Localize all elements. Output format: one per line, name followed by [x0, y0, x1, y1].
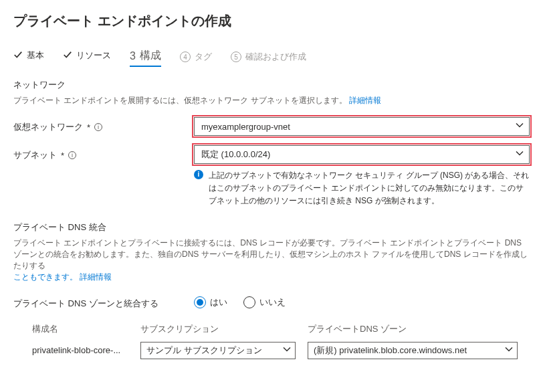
dns-table-row: privatelink-blob-core-... サンプル サブスクリプション…	[13, 339, 530, 362]
subnet-row: サブネット* i 既定 (10.0.0.0/24) i 上記のサブネットで有効な…	[13, 145, 530, 208]
subnet-label: サブネット* i	[13, 145, 194, 161]
wizard-tabs: 基本 リソース 3 構成 4 タグ 5 確認および作成	[13, 49, 530, 67]
col-dns-zone: プライベートDNS ゾーン	[308, 323, 530, 335]
subscription-value: サンプル サブスクリプション	[146, 345, 262, 357]
tab-basics[interactable]: 基本	[13, 50, 44, 64]
col-subscription: サブスクリプション	[140, 323, 308, 335]
network-more-link[interactable]: 詳細情報	[349, 96, 381, 105]
dns-table-header: 構成名 サブスクリプション プライベートDNS ゾーン	[13, 319, 530, 339]
info-filled-icon: i	[194, 170, 203, 179]
radio-yes[interactable]: はい	[194, 296, 227, 308]
dns-section-desc: プライベート エンドポイントとプライベートに接続するには、DNS レコードが必要…	[13, 237, 530, 283]
dns-more-link[interactable]: 詳細情報	[80, 272, 112, 282]
dns-section-title: プライベート DNS 統合	[13, 221, 530, 233]
check-icon	[13, 50, 23, 62]
radio-no[interactable]: いいえ	[243, 296, 286, 308]
chevron-down-icon	[283, 345, 291, 355]
network-section-desc: プライベート エンドポイントを展開するには、仮想ネットワーク サブネットを選択し…	[13, 95, 530, 106]
step-circle-icon: 4	[180, 52, 191, 62]
tab-number: 3	[130, 50, 136, 62]
subscription-dropdown[interactable]: サンプル サブスクリプション	[140, 342, 296, 359]
dns-integrate-label: プライベート DNS ゾーンと統合する	[13, 294, 194, 310]
vnet-value: myexamplergroup-vnet	[201, 122, 290, 132]
tab-review[interactable]: 5 確認および作成	[231, 51, 306, 66]
radio-no-label: いいえ	[259, 296, 286, 308]
subnet-note: i 上記のサブネットで有効なネットワーク セキュリティ グループ (NSG) が…	[194, 169, 530, 208]
chevron-down-icon	[516, 150, 524, 160]
network-section-title: ネットワーク	[13, 79, 530, 91]
tab-label: 構成	[140, 49, 161, 63]
tab-tags[interactable]: 4 タグ	[180, 51, 212, 66]
info-icon[interactable]: i	[68, 151, 76, 159]
subnet-value: 既定 (10.0.0.0/24)	[201, 149, 270, 161]
step-circle-icon: 5	[231, 52, 241, 62]
page-title: プライベート エンドポイントの作成	[13, 12, 530, 30]
check-icon	[63, 50, 72, 62]
dns-integrate-row: プライベート DNS ゾーンと統合する はい いいえ	[13, 294, 530, 310]
radio-icon	[194, 296, 206, 308]
tab-label: 基本	[27, 50, 44, 62]
dns-desc-link[interactable]: こともできます。	[13, 272, 78, 282]
dns-zone-value: (新規) privatelink.blob.core.windows.net	[314, 345, 467, 357]
tab-label: タグ	[195, 51, 212, 63]
vnet-row: 仮想ネットワーク* i myexamplergroup-vnet	[13, 117, 530, 136]
subnet-dropdown[interactable]: 既定 (10.0.0.0/24)	[194, 145, 530, 164]
dns-zone-dropdown[interactable]: (新規) privatelink.blob.core.windows.net	[308, 342, 518, 359]
radio-yes-label: はい	[210, 296, 227, 308]
tab-label: リソース	[76, 50, 111, 62]
info-icon[interactable]: i	[94, 123, 102, 131]
tab-resource[interactable]: リソース	[63, 50, 111, 64]
vnet-dropdown[interactable]: myexamplergroup-vnet	[194, 117, 530, 136]
tab-config[interactable]: 3 構成	[130, 49, 161, 67]
vnet-label: 仮想ネットワーク* i	[13, 117, 194, 133]
config-name-cell: privatelink-blob-core-...	[13, 345, 140, 355]
tab-label: 確認および作成	[245, 51, 306, 63]
subnet-note-text: 上記のサブネットで有効なネットワーク セキュリティ グループ (NSG) がある…	[209, 169, 530, 208]
col-config-name: 構成名	[13, 323, 140, 335]
radio-icon	[243, 296, 255, 308]
chevron-down-icon	[505, 345, 513, 355]
chevron-down-icon	[516, 122, 524, 132]
dns-integrate-radio-group: はい いいえ	[194, 294, 530, 308]
